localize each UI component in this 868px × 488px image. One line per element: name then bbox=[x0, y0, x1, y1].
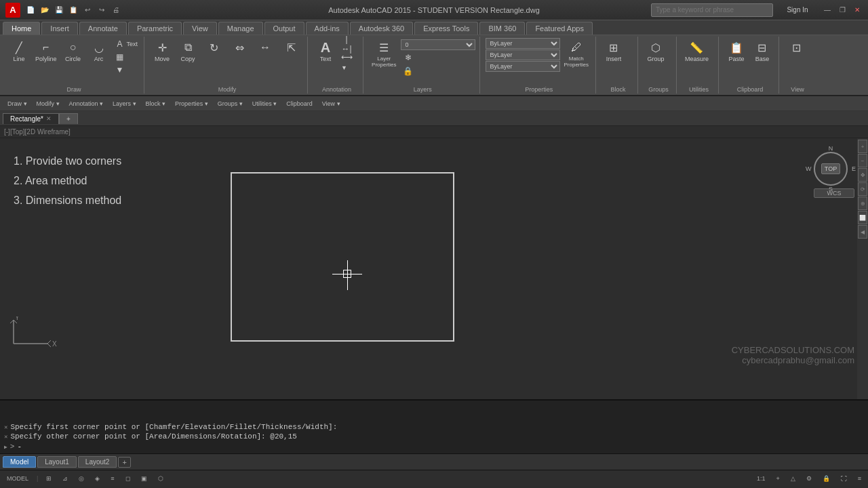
groups-dropdown-btn[interactable]: Groups ▾ bbox=[216, 100, 245, 108]
stretch-tool[interactable]: ↔ bbox=[253, 38, 277, 57]
text-tool[interactable]: A Text bbox=[113, 38, 140, 50]
model-status[interactable]: MODEL bbox=[4, 474, 31, 483]
polar-btn[interactable]: ◎ bbox=[76, 474, 87, 483]
model-tab[interactable]: Model bbox=[3, 456, 36, 468]
layer-lock[interactable]: 🔒 bbox=[401, 65, 475, 77]
fullscreen-btn[interactable]: ⛶ bbox=[838, 474, 850, 483]
linetype-dropdown[interactable]: ByLayer bbox=[486, 49, 560, 60]
osnap-btn[interactable]: ◈ bbox=[92, 474, 102, 483]
hatch-tool[interactable]: ▦ bbox=[113, 51, 140, 63]
app-logo[interactable]: A bbox=[5, 3, 20, 18]
layout1-tab[interactable]: Layout1 bbox=[37, 456, 77, 468]
view-group-label[interactable]: View bbox=[781, 86, 813, 94]
sign-in-btn[interactable]: Sign In bbox=[777, 4, 818, 16]
doc-tab-new[interactable]: + bbox=[59, 113, 78, 124]
circle-tool[interactable]: ○ Circle bbox=[61, 38, 85, 64]
block-group-label[interactable]: Block bbox=[597, 86, 637, 94]
ribbon-tab-insert[interactable]: Insert bbox=[41, 22, 78, 35]
linweight-btn[interactable]: ≡ bbox=[108, 474, 117, 483]
win-minimize-btn[interactable]: — bbox=[822, 5, 833, 16]
vt-window[interactable]: ⬜ bbox=[858, 211, 867, 224]
vt-zoom-in[interactable]: + bbox=[858, 140, 867, 153]
dim-linear[interactable]: |↔| bbox=[339, 38, 354, 50]
annotation-group-label[interactable]: Annotation bbox=[309, 86, 363, 94]
spatial-btn[interactable]: ⬡ bbox=[155, 474, 166, 483]
move-tool[interactable]: ✛ Move bbox=[150, 38, 174, 64]
undo-btn[interactable]: ↩ bbox=[81, 4, 94, 16]
polyline-tool[interactable]: ⌐ Polyline bbox=[33, 38, 60, 64]
cmd-close-x1[interactable]: ✕ bbox=[4, 424, 7, 431]
layout-add-btn[interactable]: + bbox=[118, 457, 130, 468]
line-tool[interactable]: ╱ Line bbox=[7, 38, 31, 64]
group-btn[interactable]: ⬡ Group bbox=[644, 38, 668, 64]
paste-btn[interactable]: 📋 Paste bbox=[724, 38, 749, 64]
vt-zoom-out[interactable]: − bbox=[858, 154, 867, 167]
win-close-btn[interactable]: ✕ bbox=[852, 5, 863, 16]
vt-pan[interactable]: ✥ bbox=[858, 168, 867, 182]
layers-group-label[interactable]: Layers bbox=[365, 86, 479, 94]
customize-btn[interactable]: ≡ bbox=[855, 474, 864, 483]
insert-btn[interactable]: ⊞ Insert bbox=[601, 38, 626, 64]
cmd-close-x2[interactable]: ✕ bbox=[4, 433, 7, 441]
ribbon-tab-home[interactable]: Home bbox=[3, 22, 40, 35]
ribbon-tab-bim-360[interactable]: BIM 360 bbox=[479, 22, 525, 35]
ribbon-tab-parametric[interactable]: Parametric bbox=[128, 22, 182, 35]
arc-tool[interactable]: ◡ Arc bbox=[87, 38, 111, 64]
new-btn[interactable]: 📄 bbox=[24, 4, 37, 16]
save-as-btn[interactable]: 📋 bbox=[67, 4, 79, 16]
view-dropdown-btn[interactable]: View ▾ bbox=[320, 100, 342, 108]
win-restore-btn[interactable]: ❐ bbox=[837, 5, 848, 16]
properties-dropdown-btn[interactable]: Properties ▾ bbox=[173, 100, 210, 108]
ribbon-tab-manage[interactable]: Manage bbox=[218, 22, 263, 35]
scale-display[interactable]: 1:1 bbox=[754, 474, 768, 483]
save-btn[interactable]: 💾 bbox=[53, 4, 65, 16]
match-properties-btn[interactable]: 🖊 MatchProperties bbox=[561, 38, 591, 69]
vt-previous[interactable]: ◀ bbox=[858, 225, 867, 239]
modify-dropdown-btn[interactable]: Modify ▾ bbox=[35, 100, 62, 108]
layer-properties-btn[interactable]: ☰ LayerProperties bbox=[369, 38, 399, 69]
modify-group-label[interactable]: Modify bbox=[146, 86, 307, 94]
measure-btn[interactable]: 📏 Measure bbox=[682, 38, 711, 64]
workspace-btn[interactable]: ⚙ bbox=[804, 474, 814, 483]
dim-more[interactable]: ▼ bbox=[339, 64, 354, 72]
zoom-btn[interactable]: + bbox=[773, 474, 782, 483]
copy-tool[interactable]: ⧉ Copy bbox=[176, 38, 200, 64]
mirror-tool[interactable]: ⇔ bbox=[227, 38, 252, 57]
block-dropdown-btn[interactable]: Block ▾ bbox=[144, 100, 168, 108]
groups-group-label[interactable]: Groups bbox=[639, 86, 676, 94]
transparency-btn[interactable]: ◻ bbox=[123, 474, 133, 483]
color-dropdown[interactable]: ByLayer bbox=[486, 38, 560, 49]
command-input[interactable] bbox=[17, 443, 864, 451]
properties-group-label[interactable]: Properties bbox=[481, 86, 595, 94]
annotation-dropdown-btn[interactable]: Annotation ▾ bbox=[67, 100, 106, 108]
multiline-text-tool[interactable]: A Text bbox=[313, 38, 338, 64]
ribbon-tab-autodesk-360[interactable]: Autodesk 360 bbox=[350, 22, 413, 35]
search-input[interactable] bbox=[651, 3, 773, 17]
ribbon-tab-featured-apps[interactable]: Featured Apps bbox=[526, 22, 593, 35]
lock-btn[interactable]: 🔒 bbox=[820, 474, 833, 483]
ribbon-tab-output[interactable]: Output bbox=[264, 22, 304, 35]
view-btn[interactable]: ⊡ bbox=[785, 38, 809, 57]
ribbon-tab-annotate[interactable]: Annotate bbox=[79, 22, 127, 35]
open-btn[interactable]: 📂 bbox=[39, 4, 51, 16]
doc-tab-rectangle[interactable]: Rectangle* ✕ bbox=[3, 113, 59, 124]
doc-tab-close[interactable]: ✕ bbox=[46, 115, 52, 122]
ortho-btn[interactable]: ⊿ bbox=[60, 474, 71, 483]
clipboard-group-label[interactable]: Clipboard bbox=[720, 86, 778, 94]
rotate-tool[interactable]: ↻ bbox=[201, 38, 226, 57]
annotate-btn[interactable]: △ bbox=[788, 474, 798, 483]
utilities-dropdown-btn[interactable]: Utilities ▾ bbox=[250, 100, 279, 108]
layout2-tab[interactable]: Layout2 bbox=[78, 456, 117, 468]
lineweight-dropdown[interactable]: ByLayer bbox=[486, 61, 560, 72]
dim-aligned[interactable]: ⟷ bbox=[339, 51, 354, 63]
ribbon-tab-add-ins[interactable]: Add-ins bbox=[306, 22, 349, 35]
redo-btn[interactable]: ↪ bbox=[96, 4, 108, 16]
vt-extents[interactable]: ⊕ bbox=[858, 197, 867, 210]
vt-orbit[interactable]: ⟳ bbox=[858, 182, 867, 196]
draw-dropdown-btn[interactable]: Draw ▾ bbox=[5, 100, 29, 108]
clipboard-label-btn[interactable]: Clipboard bbox=[284, 100, 315, 108]
layer-freeze[interactable]: ❄ bbox=[401, 52, 475, 64]
layer-dropdown[interactable]: 0 bbox=[401, 39, 475, 50]
scale-tool[interactable]: ⇱ bbox=[279, 38, 303, 57]
base-btn[interactable]: ⊟ Base bbox=[750, 38, 774, 64]
